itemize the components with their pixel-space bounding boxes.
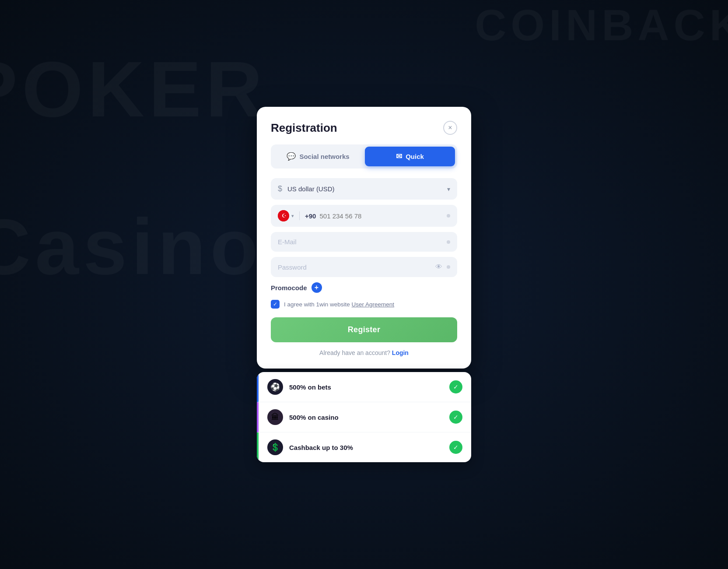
registration-modal: Registration × 💬 Social networks ✉ Quick… xyxy=(257,107,471,369)
login-link[interactable]: Login xyxy=(392,349,409,356)
bonus-item-casino: 🏛 500% on casino ✓ xyxy=(257,402,471,432)
bonus-cashback-text: Cashback up to 30% xyxy=(289,444,443,451)
tab-quick-label: Quick xyxy=(406,153,424,160)
phone-country-code: +90 xyxy=(305,212,316,220)
cashback-icon: 💲 xyxy=(270,443,280,452)
email-required-dot xyxy=(447,240,450,244)
bonus-casino-check: ✓ xyxy=(449,411,462,424)
password-required-dot xyxy=(447,265,450,269)
bg-text-coinback: COINBACK xyxy=(475,0,728,50)
tab-social-label: Social networks xyxy=(299,153,349,160)
bets-icon-circle: ⚽ xyxy=(267,379,283,395)
password-input[interactable] xyxy=(278,263,431,271)
tab-social-networks[interactable]: 💬 Social networks xyxy=(273,147,363,166)
field-required-dot xyxy=(447,214,450,218)
password-field: 👁 xyxy=(271,257,457,277)
bets-icon: ⚽ xyxy=(270,382,280,392)
dollar-icon: $ xyxy=(278,184,282,193)
register-label: Register xyxy=(348,325,380,334)
bonus-card: ⚽ 500% on bets ✓ 🏛 500% on casino ✓ 💲 Ca… xyxy=(257,372,471,462)
checkmark-icon: ✓ xyxy=(273,301,277,307)
social-icon: 💬 xyxy=(287,152,296,161)
add-promocode-button[interactable]: + xyxy=(312,282,322,293)
chevron-down-icon: ▾ xyxy=(447,186,450,193)
country-selector[interactable]: ▾ xyxy=(278,210,294,221)
already-account-text: Already have an account? xyxy=(319,349,390,356)
currency-select[interactable]: $ US dollar (USD) ▾ xyxy=(271,178,457,200)
email-field xyxy=(271,232,457,252)
phone-field: ▾ +90 xyxy=(271,205,457,227)
login-row: Already have an account? Login xyxy=(271,349,457,356)
modal-header: Registration × xyxy=(271,121,457,135)
modal-title: Registration xyxy=(271,121,337,135)
bonus-item-cashback: 💲 Cashback up to 30% ✓ xyxy=(257,432,471,462)
agreement-prefix: I agree with 1win website xyxy=(284,301,352,308)
promocode-row: Promocode + xyxy=(271,282,457,293)
bg-text-casino: Casino xyxy=(0,201,262,292)
agreement-checkbox[interactable]: ✓ xyxy=(271,300,280,309)
casino-icon: 🏛 xyxy=(271,413,279,422)
cashback-check-icon: ✓ xyxy=(453,444,458,451)
bonus-bets-check: ✓ xyxy=(449,380,462,393)
casino-check-icon: ✓ xyxy=(453,414,458,421)
cashback-icon-circle: 💲 xyxy=(267,439,283,455)
phone-divider xyxy=(299,211,300,220)
email-icon: ✉ xyxy=(396,152,402,161)
user-agreement-link[interactable]: User Agreement xyxy=(352,301,395,308)
bg-text-poker: POKER xyxy=(0,44,267,134)
agreement-text: I agree with 1win website User Agreement xyxy=(284,301,394,308)
close-button[interactable]: × xyxy=(443,121,457,135)
phone-input[interactable] xyxy=(319,212,443,220)
register-button[interactable]: Register xyxy=(271,317,457,342)
modal-wrapper: Registration × 💬 Social networks ✉ Quick… xyxy=(257,107,471,462)
bonus-casino-text: 500% on casino xyxy=(289,414,443,421)
bonus-item-bets: ⚽ 500% on bets ✓ xyxy=(257,372,471,402)
promocode-label: Promocode xyxy=(271,284,307,292)
tab-quick[interactable]: ✉ Quick xyxy=(365,147,455,166)
plus-icon: + xyxy=(315,284,318,291)
bonus-bets-text: 500% on bets xyxy=(289,383,443,391)
close-icon: × xyxy=(448,124,452,131)
bets-check-icon: ✓ xyxy=(453,383,458,390)
flag-chevron-icon: ▾ xyxy=(291,213,294,219)
tab-row: 💬 Social networks ✉ Quick xyxy=(271,144,457,169)
email-input[interactable] xyxy=(278,238,442,246)
agreement-row: ✓ I agree with 1win website User Agreeme… xyxy=(271,300,457,309)
casino-icon-circle: 🏛 xyxy=(267,409,283,425)
currency-label: US dollar (USD) xyxy=(287,185,442,193)
eye-icon[interactable]: 👁 xyxy=(435,263,442,271)
bonus-cashback-check: ✓ xyxy=(449,441,462,454)
turkey-flag xyxy=(278,210,289,221)
